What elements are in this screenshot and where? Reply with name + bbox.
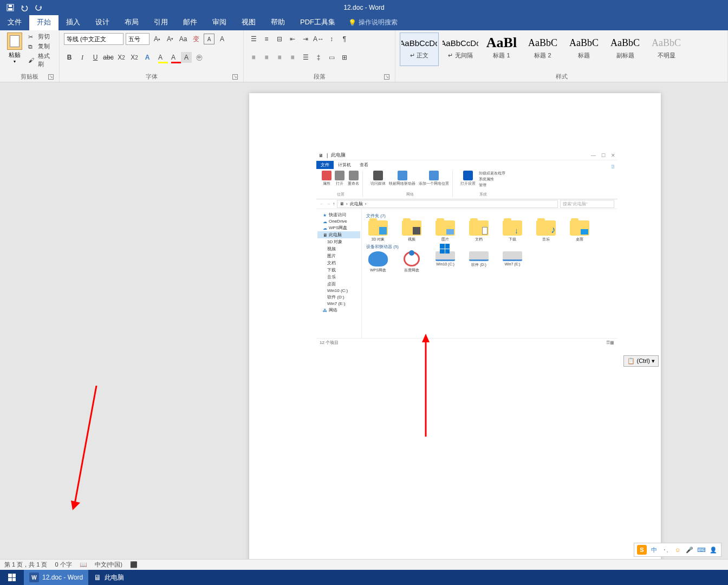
exp-properties-button[interactable]: 属性 bbox=[322, 171, 332, 186]
shading-button[interactable]: ▭ bbox=[326, 52, 337, 63]
side-quick-access[interactable]: ★快速访问 bbox=[317, 211, 360, 218]
ime-kb-button[interactable]: ⌨ bbox=[697, 545, 706, 555]
taskbar-thispc[interactable]: 🖥 此电脑 bbox=[88, 570, 129, 585]
tab-pdf[interactable]: PDF工具集 bbox=[292, 14, 343, 30]
superscript-button[interactable]: X2 bbox=[129, 52, 140, 63]
exp-access-media-button[interactable]: 访问媒体 bbox=[370, 171, 386, 186]
style-heading1[interactable]: AaBl标题 1 bbox=[482, 32, 521, 66]
drive-d[interactable]: 软件 (D:) bbox=[467, 251, 491, 273]
underline-button[interactable]: U bbox=[90, 52, 101, 63]
side-videos[interactable]: 视频 bbox=[317, 245, 360, 252]
italic-button[interactable]: I bbox=[77, 52, 88, 63]
folder-pictures[interactable]: 图片 bbox=[433, 220, 457, 242]
ime-mic-button[interactable]: 🎤 bbox=[685, 545, 694, 555]
clear-format-button[interactable]: A bbox=[217, 34, 227, 44]
side-wps[interactable]: ☁WPS网盘 bbox=[317, 224, 360, 231]
font-dialog-launcher[interactable]: ↘ bbox=[232, 74, 238, 80]
phonetic-guide-button[interactable]: 变 bbox=[191, 34, 202, 44]
multilevel-button[interactable]: ⊟ bbox=[274, 34, 285, 44]
ltr-button[interactable]: A↔ bbox=[313, 34, 324, 44]
nav-fwd-icon[interactable]: → bbox=[326, 202, 330, 206]
tell-me-search[interactable]: 💡 操作说明搜索 bbox=[343, 15, 403, 30]
page-indicator[interactable]: 第 1 页，共 1 页 bbox=[4, 561, 47, 569]
side-downloads[interactable]: 下载 bbox=[317, 266, 360, 274]
help-icon[interactable]: ⍰ bbox=[612, 164, 614, 169]
word-count[interactable]: 0 个字 bbox=[55, 561, 72, 569]
copy-button[interactable]: ⧉复制 bbox=[28, 42, 55, 50]
address-bar[interactable]: 🖥 › 此电脑 › bbox=[337, 200, 558, 208]
ime-lang-button[interactable]: 中 bbox=[649, 545, 659, 555]
exp-add-net-button[interactable]: 添加一个网络位置 bbox=[419, 171, 449, 186]
close-icon[interactable]: ✕ bbox=[611, 153, 615, 158]
save-icon[interactable] bbox=[6, 4, 14, 11]
language-indicator[interactable]: 中文(中国) bbox=[95, 561, 122, 569]
style-subtitle[interactable]: AaBbC副标题 bbox=[606, 32, 645, 66]
tab-layout[interactable]: 布局 bbox=[117, 14, 146, 30]
side-3dobjects[interactable]: 3D 对象 bbox=[317, 238, 360, 245]
side-thispc[interactable]: 🖥此电脑 bbox=[317, 231, 360, 238]
side-win10[interactable]: Win10 (C:) bbox=[317, 288, 360, 294]
exp-tab-computer[interactable]: 计算机 bbox=[334, 161, 355, 169]
redo-icon[interactable] bbox=[35, 4, 42, 11]
show-marks-button[interactable]: ¶ bbox=[339, 34, 350, 44]
bullets-button[interactable]: ☰ bbox=[248, 34, 259, 44]
side-music[interactable]: 音乐 bbox=[317, 274, 360, 281]
side-pictures[interactable]: 图片 bbox=[317, 252, 360, 259]
char-shading-button[interactable]: A bbox=[181, 52, 192, 63]
side-soft[interactable]: 软件 (D:) bbox=[317, 294, 360, 301]
style-subtle[interactable]: AaBbC不明显 bbox=[647, 32, 686, 66]
tab-review[interactable]: 审阅 bbox=[205, 14, 234, 30]
exp-tab-file[interactable]: 文件 bbox=[316, 161, 334, 169]
font-color-button[interactable]: A bbox=[168, 52, 179, 63]
side-documents[interactable]: 文档 bbox=[317, 259, 360, 266]
tab-file[interactable]: 文件 bbox=[0, 14, 29, 30]
drive-baidu[interactable]: 百度网盘 bbox=[400, 251, 424, 273]
align-center-button[interactable]: ≡ bbox=[261, 52, 272, 63]
tab-home[interactable]: 开始 bbox=[29, 14, 58, 30]
nav-back-icon[interactable]: ← bbox=[320, 202, 324, 206]
side-onedrive[interactable]: ☁OneDrive bbox=[317, 218, 360, 224]
tab-view[interactable]: 视图 bbox=[234, 14, 263, 30]
folder-documents[interactable]: 文档 bbox=[467, 220, 491, 242]
drive-e[interactable]: Win7 (E:) bbox=[500, 251, 524, 273]
borders-button[interactable]: ⊞ bbox=[339, 52, 350, 63]
drive-c[interactable]: Win10 (C:) bbox=[433, 251, 457, 273]
line-spacing-button[interactable]: ‡ bbox=[313, 52, 324, 63]
folder-videos[interactable]: 视频 bbox=[400, 220, 424, 242]
align-right-button[interactable]: ≡ bbox=[274, 52, 285, 63]
paragraph-dialog-launcher[interactable]: ↘ bbox=[384, 74, 389, 80]
ime-face-button[interactable]: ☺ bbox=[673, 545, 682, 555]
enclose-char-button[interactable]: ㊥ bbox=[194, 52, 205, 63]
folder-downloads[interactable]: ↓下载 bbox=[500, 220, 524, 242]
exp-uninstall-link[interactable]: 卸载或更改程序 bbox=[479, 171, 505, 176]
text-effects-button[interactable]: A bbox=[142, 52, 153, 63]
spellcheck-icon[interactable]: 📖 bbox=[80, 561, 87, 568]
ime-logo-icon[interactable]: S bbox=[637, 545, 647, 555]
shrink-font-button[interactable]: A▾ bbox=[165, 34, 176, 44]
increase-indent-button[interactable]: ⇥ bbox=[300, 34, 311, 44]
start-button[interactable] bbox=[0, 570, 24, 585]
align-left-button[interactable]: ≡ bbox=[248, 52, 259, 63]
minimize-icon[interactable]: — bbox=[591, 153, 596, 158]
exp-map-drive-button[interactable]: 映射网络驱动器 bbox=[389, 171, 415, 186]
section-drives[interactable]: 设备和驱动器 (5) bbox=[366, 242, 613, 251]
strike-button[interactable]: abc bbox=[103, 52, 114, 63]
exp-manage-link[interactable]: 管理 bbox=[479, 183, 505, 188]
clipboard-dialog-launcher[interactable]: ↘ bbox=[48, 74, 54, 80]
paste-button[interactable]: 粘贴 ▾ bbox=[4, 32, 25, 64]
document-page[interactable]: 🖥 | 此电脑 — ☐ ✕ 文件 计算机 查看 ⍰ 属性 打开 bbox=[249, 93, 661, 559]
style-nospacing[interactable]: AaBbCcDc↵ 无间隔 bbox=[441, 32, 480, 66]
grow-font-button[interactable]: A▴ bbox=[152, 34, 162, 44]
cut-button[interactable]: ✂剪切 bbox=[28, 32, 55, 41]
side-desktop[interactable]: 桌面 bbox=[317, 281, 360, 288]
exp-open-settings-button[interactable]: 打开设置 bbox=[460, 171, 476, 188]
highlight-button[interactable]: A bbox=[155, 52, 166, 63]
side-win7[interactable]: Win7 (E:) bbox=[317, 301, 360, 307]
tab-help[interactable]: 帮助 bbox=[263, 14, 292, 30]
style-normal[interactable]: AaBbCcDc↵ 正文 bbox=[400, 32, 439, 66]
format-painter-button[interactable]: 🖌格式刷 bbox=[28, 52, 55, 68]
taskbar-word[interactable]: W 12.doc - Word bbox=[24, 570, 88, 585]
exp-tab-view[interactable]: 查看 bbox=[355, 161, 373, 169]
paste-options-button[interactable]: 📋 (Ctrl) ▾ bbox=[623, 355, 659, 367]
exp-sysprop-link[interactable]: 系统属性 bbox=[479, 177, 505, 182]
